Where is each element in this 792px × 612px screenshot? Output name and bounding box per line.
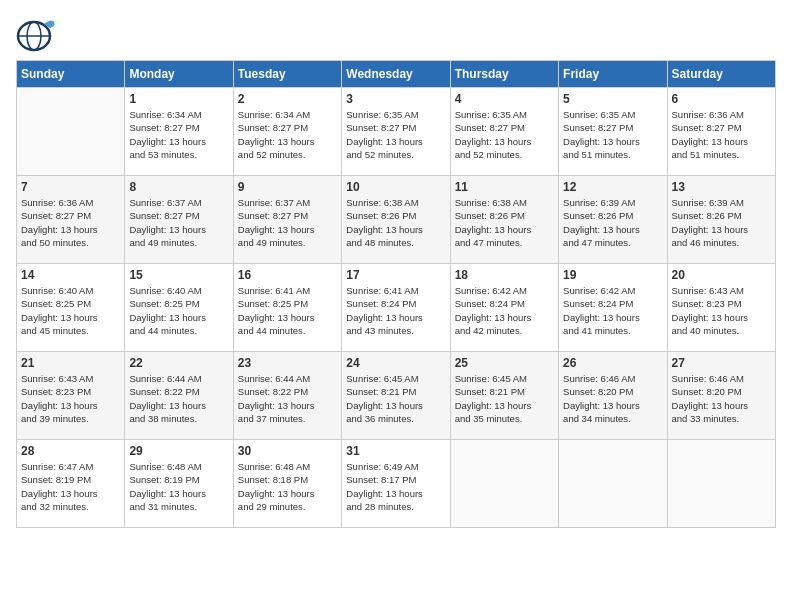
calendar-cell: 29Sunrise: 6:48 AM Sunset: 8:19 PM Dayli…: [125, 440, 233, 528]
calendar-cell: 20Sunrise: 6:43 AM Sunset: 8:23 PM Dayli…: [667, 264, 775, 352]
day-info: Sunrise: 6:46 AM Sunset: 8:20 PM Dayligh…: [672, 372, 771, 425]
day-number: 4: [455, 92, 554, 106]
calendar-cell: 27Sunrise: 6:46 AM Sunset: 8:20 PM Dayli…: [667, 352, 775, 440]
day-info: Sunrise: 6:36 AM Sunset: 8:27 PM Dayligh…: [21, 196, 120, 249]
calendar-cell: 10Sunrise: 6:38 AM Sunset: 8:26 PM Dayli…: [342, 176, 450, 264]
weekday-header-friday: Friday: [559, 61, 667, 88]
day-info: Sunrise: 6:45 AM Sunset: 8:21 PM Dayligh…: [455, 372, 554, 425]
calendar-table: SundayMondayTuesdayWednesdayThursdayFrid…: [16, 60, 776, 528]
day-info: Sunrise: 6:37 AM Sunset: 8:27 PM Dayligh…: [238, 196, 337, 249]
calendar-cell: 9Sunrise: 6:37 AM Sunset: 8:27 PM Daylig…: [233, 176, 341, 264]
calendar-cell: 2Sunrise: 6:34 AM Sunset: 8:27 PM Daylig…: [233, 88, 341, 176]
calendar-cell: 12Sunrise: 6:39 AM Sunset: 8:26 PM Dayli…: [559, 176, 667, 264]
day-number: 29: [129, 444, 228, 458]
day-number: 13: [672, 180, 771, 194]
calendar-cell: 26Sunrise: 6:46 AM Sunset: 8:20 PM Dayli…: [559, 352, 667, 440]
day-number: 12: [563, 180, 662, 194]
calendar-cell: 6Sunrise: 6:36 AM Sunset: 8:27 PM Daylig…: [667, 88, 775, 176]
calendar-cell: 5Sunrise: 6:35 AM Sunset: 8:27 PM Daylig…: [559, 88, 667, 176]
day-number: 30: [238, 444, 337, 458]
week-row-4: 21Sunrise: 6:43 AM Sunset: 8:23 PM Dayli…: [17, 352, 776, 440]
calendar-cell: [450, 440, 558, 528]
day-number: 22: [129, 356, 228, 370]
calendar-cell: 13Sunrise: 6:39 AM Sunset: 8:26 PM Dayli…: [667, 176, 775, 264]
day-number: 11: [455, 180, 554, 194]
calendar-cell: 31Sunrise: 6:49 AM Sunset: 8:17 PM Dayli…: [342, 440, 450, 528]
day-info: Sunrise: 6:43 AM Sunset: 8:23 PM Dayligh…: [21, 372, 120, 425]
calendar-cell: 28Sunrise: 6:47 AM Sunset: 8:19 PM Dayli…: [17, 440, 125, 528]
day-info: Sunrise: 6:49 AM Sunset: 8:17 PM Dayligh…: [346, 460, 445, 513]
day-info: Sunrise: 6:36 AM Sunset: 8:27 PM Dayligh…: [672, 108, 771, 161]
day-info: Sunrise: 6:44 AM Sunset: 8:22 PM Dayligh…: [129, 372, 228, 425]
day-info: Sunrise: 6:41 AM Sunset: 8:25 PM Dayligh…: [238, 284, 337, 337]
day-number: 28: [21, 444, 120, 458]
calendar-cell: [17, 88, 125, 176]
day-info: Sunrise: 6:38 AM Sunset: 8:26 PM Dayligh…: [346, 196, 445, 249]
week-row-3: 14Sunrise: 6:40 AM Sunset: 8:25 PM Dayli…: [17, 264, 776, 352]
calendar-cell: 3Sunrise: 6:35 AM Sunset: 8:27 PM Daylig…: [342, 88, 450, 176]
day-number: 26: [563, 356, 662, 370]
day-number: 25: [455, 356, 554, 370]
calendar-cell: 24Sunrise: 6:45 AM Sunset: 8:21 PM Dayli…: [342, 352, 450, 440]
day-info: Sunrise: 6:42 AM Sunset: 8:24 PM Dayligh…: [455, 284, 554, 337]
day-number: 6: [672, 92, 771, 106]
calendar-cell: 4Sunrise: 6:35 AM Sunset: 8:27 PM Daylig…: [450, 88, 558, 176]
day-info: Sunrise: 6:44 AM Sunset: 8:22 PM Dayligh…: [238, 372, 337, 425]
day-number: 21: [21, 356, 120, 370]
weekday-header-thursday: Thursday: [450, 61, 558, 88]
day-info: Sunrise: 6:38 AM Sunset: 8:26 PM Dayligh…: [455, 196, 554, 249]
weekday-header-tuesday: Tuesday: [233, 61, 341, 88]
day-number: 24: [346, 356, 445, 370]
day-number: 14: [21, 268, 120, 282]
week-row-2: 7Sunrise: 6:36 AM Sunset: 8:27 PM Daylig…: [17, 176, 776, 264]
day-info: Sunrise: 6:35 AM Sunset: 8:27 PM Dayligh…: [563, 108, 662, 161]
day-info: Sunrise: 6:40 AM Sunset: 8:25 PM Dayligh…: [21, 284, 120, 337]
day-info: Sunrise: 6:34 AM Sunset: 8:27 PM Dayligh…: [129, 108, 228, 161]
day-number: 15: [129, 268, 228, 282]
day-info: Sunrise: 6:39 AM Sunset: 8:26 PM Dayligh…: [563, 196, 662, 249]
logo: [16, 16, 60, 52]
day-number: 23: [238, 356, 337, 370]
day-number: 5: [563, 92, 662, 106]
day-info: Sunrise: 6:43 AM Sunset: 8:23 PM Dayligh…: [672, 284, 771, 337]
calendar-cell: 22Sunrise: 6:44 AM Sunset: 8:22 PM Dayli…: [125, 352, 233, 440]
day-number: 2: [238, 92, 337, 106]
calendar-cell: 18Sunrise: 6:42 AM Sunset: 8:24 PM Dayli…: [450, 264, 558, 352]
day-number: 8: [129, 180, 228, 194]
day-info: Sunrise: 6:35 AM Sunset: 8:27 PM Dayligh…: [455, 108, 554, 161]
day-info: Sunrise: 6:40 AM Sunset: 8:25 PM Dayligh…: [129, 284, 228, 337]
calendar-cell: 21Sunrise: 6:43 AM Sunset: 8:23 PM Dayli…: [17, 352, 125, 440]
day-info: Sunrise: 6:37 AM Sunset: 8:27 PM Dayligh…: [129, 196, 228, 249]
day-info: Sunrise: 6:48 AM Sunset: 8:18 PM Dayligh…: [238, 460, 337, 513]
day-info: Sunrise: 6:48 AM Sunset: 8:19 PM Dayligh…: [129, 460, 228, 513]
calendar-cell: [667, 440, 775, 528]
day-number: 31: [346, 444, 445, 458]
calendar-cell: 19Sunrise: 6:42 AM Sunset: 8:24 PM Dayli…: [559, 264, 667, 352]
day-number: 27: [672, 356, 771, 370]
week-row-5: 28Sunrise: 6:47 AM Sunset: 8:19 PM Dayli…: [17, 440, 776, 528]
day-number: 10: [346, 180, 445, 194]
day-number: 3: [346, 92, 445, 106]
calendar-cell: 11Sunrise: 6:38 AM Sunset: 8:26 PM Dayli…: [450, 176, 558, 264]
week-row-1: 1Sunrise: 6:34 AM Sunset: 8:27 PM Daylig…: [17, 88, 776, 176]
day-number: 1: [129, 92, 228, 106]
weekday-header-monday: Monday: [125, 61, 233, 88]
day-info: Sunrise: 6:35 AM Sunset: 8:27 PM Dayligh…: [346, 108, 445, 161]
day-number: 17: [346, 268, 445, 282]
day-info: Sunrise: 6:45 AM Sunset: 8:21 PM Dayligh…: [346, 372, 445, 425]
calendar-cell: 30Sunrise: 6:48 AM Sunset: 8:18 PM Dayli…: [233, 440, 341, 528]
calendar-cell: 7Sunrise: 6:36 AM Sunset: 8:27 PM Daylig…: [17, 176, 125, 264]
calendar-cell: 14Sunrise: 6:40 AM Sunset: 8:25 PM Dayli…: [17, 264, 125, 352]
day-number: 9: [238, 180, 337, 194]
day-number: 20: [672, 268, 771, 282]
day-info: Sunrise: 6:42 AM Sunset: 8:24 PM Dayligh…: [563, 284, 662, 337]
calendar-cell: [559, 440, 667, 528]
day-number: 16: [238, 268, 337, 282]
day-info: Sunrise: 6:47 AM Sunset: 8:19 PM Dayligh…: [21, 460, 120, 513]
day-info: Sunrise: 6:41 AM Sunset: 8:24 PM Dayligh…: [346, 284, 445, 337]
day-number: 18: [455, 268, 554, 282]
page-header: [16, 16, 776, 52]
calendar-cell: 23Sunrise: 6:44 AM Sunset: 8:22 PM Dayli…: [233, 352, 341, 440]
day-info: Sunrise: 6:46 AM Sunset: 8:20 PM Dayligh…: [563, 372, 662, 425]
weekday-header-wednesday: Wednesday: [342, 61, 450, 88]
